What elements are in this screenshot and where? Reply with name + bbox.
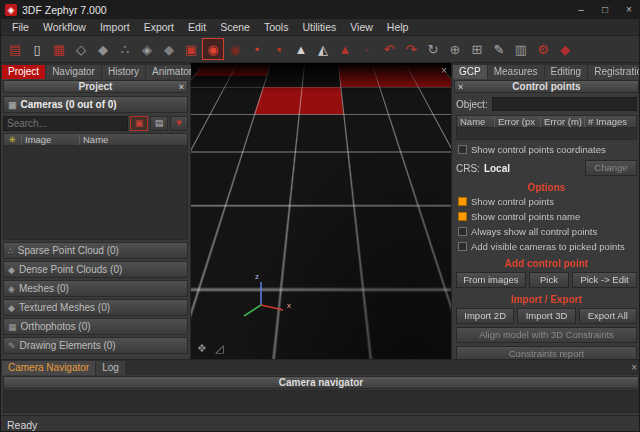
meshes-icon: ◈ — [8, 284, 15, 294]
column-num-images[interactable]: # Images — [585, 116, 636, 127]
redo-icon[interactable]: ↷ — [400, 38, 422, 60]
camera-filter-button[interactable]: ▣ — [130, 116, 148, 131]
export-all-button[interactable]: Export All — [579, 308, 637, 324]
sparse-cloud-tool-icon[interactable]: ◆ — [92, 38, 114, 60]
column-cp-name[interactable]: Name — [457, 116, 495, 127]
menu-tools[interactable]: Tools — [257, 20, 296, 34]
maximize-button[interactable]: □ — [593, 1, 617, 19]
star-column-icon[interactable]: ✳ — [4, 134, 22, 145]
textured-mesh-tool-icon[interactable]: ◆ — [158, 38, 180, 60]
undo-icon[interactable]: ↶ — [378, 38, 400, 60]
cameras-section-bar[interactable]: ▣ Cameras (0 out of 0) — [3, 96, 188, 113]
section-drawing-elements[interactable]: ✎ Drawing Elements (0) — [3, 337, 188, 354]
always-show-all-checkbox-icon — [458, 227, 467, 236]
3d-viewport[interactable]: z x ❖ ◿ × — [191, 63, 451, 359]
stats-icon[interactable]: ▥ — [510, 38, 532, 60]
record-active-icon[interactable]: ◉ — [202, 38, 224, 60]
object-input[interactable] — [492, 97, 637, 111]
menu-scene[interactable]: Scene — [213, 20, 257, 34]
workspace-icon[interactable]: ◇ — [70, 38, 92, 60]
point-tool-icon[interactable]: • — [246, 38, 268, 60]
show-control-points-label: Show control points — [471, 196, 554, 207]
refresh-icon[interactable]: ↻ — [422, 38, 444, 60]
section-orthophotos[interactable]: ▦ Orthophotos (0) — [3, 318, 188, 335]
dual-triangle-icon[interactable]: ◭ — [312, 38, 334, 60]
menu-utilities[interactable]: Utilities — [295, 20, 343, 34]
main-toolbar: ▤ ▯ ▦ ◇ ◆ ∴ ◈ ◆ ▣ ◉ ◉ • ▪ ▲ ◭ ▲ ∙ ↶ ↷ ↻ … — [1, 36, 640, 63]
control-points-table-body[interactable] — [456, 128, 637, 140]
red-triangle-icon[interactable]: ▲ — [334, 38, 356, 60]
tab-history[interactable]: History — [102, 65, 145, 79]
tab-registration[interactable]: Registration — [588, 65, 640, 79]
sort-filter-button[interactable]: ▼ — [170, 116, 188, 131]
control-point-icon[interactable]: ▪ — [268, 38, 290, 60]
menu-export[interactable]: Export — [137, 20, 181, 34]
project-close-icon[interactable]: × — [179, 81, 184, 93]
draw-icon[interactable]: ✎ — [488, 38, 510, 60]
open-project-icon[interactable]: ▤ — [4, 38, 26, 60]
align-model-button[interactable]: Align model with 3D Constraints — [456, 327, 637, 343]
camera-tool-icon[interactable]: ▣ — [180, 38, 202, 60]
pick-edit-button[interactable]: Pick -> Edit — [572, 272, 637, 288]
from-images-button[interactable]: From images — [456, 272, 526, 288]
mesh-tool-icon[interactable]: ◈ — [136, 38, 158, 60]
option-show-control-points-name[interactable]: Show control points name — [458, 211, 635, 222]
bottom-panel-close-icon[interactable]: × — [627, 361, 640, 375]
triangle-tool-icon[interactable]: ▲ — [290, 38, 312, 60]
column-error-m[interactable]: Error (m) — [541, 116, 585, 127]
option-show-coordinates[interactable]: Show control points coordinates — [458, 144, 635, 155]
tab-gcp[interactable]: GCP — [453, 65, 487, 79]
crs-change-button[interactable]: Change — [585, 160, 637, 176]
tab-camera-navigator[interactable]: Camera Navigator — [2, 361, 95, 375]
settings-gear-icon[interactable]: ⚙ — [532, 38, 554, 60]
control-points-header-label: Control points — [512, 81, 580, 92]
left-tab-bar: Project Navigator History Animator × — [1, 63, 190, 79]
list-view-button[interactable]: ▤ — [150, 116, 168, 131]
column-name[interactable]: Name — [80, 134, 187, 145]
viewport-close-icon[interactable]: × — [441, 65, 447, 76]
new-page-icon[interactable]: ▯ — [26, 38, 48, 60]
tab-log[interactable]: Log — [96, 361, 125, 375]
minimize-button[interactable]: – — [569, 1, 593, 19]
menu-import[interactable]: Import — [93, 20, 137, 34]
dense-cloud-tool-icon[interactable]: ∴ — [114, 38, 136, 60]
crop-icon[interactable]: ⊞ — [466, 38, 488, 60]
transform-icon[interactable]: ⊕ — [444, 38, 466, 60]
option-add-visible-cameras[interactable]: Add visible cameras to picked points — [458, 241, 635, 252]
column-image[interactable]: Image — [22, 134, 80, 145]
section-sparse-point-cloud[interactable]: ∴ Sparse Point Cloud (0) — [3, 242, 188, 259]
control-points-close-icon[interactable]: × — [458, 81, 463, 93]
scale-tool-icon[interactable]: ◿ — [215, 342, 223, 355]
record-icon[interactable]: ◉ — [224, 38, 246, 60]
section-dense-point-clouds[interactable]: ◆ Dense Point Clouds (0) — [3, 261, 188, 278]
zephyr-3d-icon[interactable]: ◆ — [554, 38, 576, 60]
tab-editing[interactable]: Editing — [545, 65, 588, 79]
cameras-list-area[interactable] — [3, 146, 188, 240]
menu-edit[interactable]: Edit — [181, 20, 213, 34]
tab-project[interactable]: Project — [2, 65, 45, 79]
section-meshes[interactable]: ◈ Meshes (0) — [3, 280, 188, 297]
axis-gizmo: z x — [233, 275, 297, 325]
menu-help[interactable]: Help — [380, 20, 416, 34]
import-2d-button[interactable]: Import 2D — [456, 308, 514, 324]
pick-button[interactable]: Pick — [529, 272, 569, 288]
red-dot-icon[interactable]: ∙ — [356, 38, 378, 60]
camera-navigator-content[interactable] — [3, 390, 639, 413]
menu-workflow[interactable]: Workflow — [36, 20, 93, 34]
menu-file[interactable]: File — [5, 20, 36, 34]
column-error-px[interactable]: Error (px — [495, 116, 541, 127]
pan-tool-icon[interactable]: ❖ — [197, 342, 207, 355]
import-photos-icon[interactable]: ▦ — [48, 38, 70, 60]
camera-icon: ▣ — [8, 100, 17, 110]
search-input[interactable] — [3, 116, 128, 131]
section-textured-meshes[interactable]: ◆ Textured Meshes (0) — [3, 299, 188, 316]
tab-measures[interactable]: Measures — [488, 65, 544, 79]
option-always-show-all[interactable]: Always show all control points — [458, 226, 635, 237]
bottom-tab-bar: Camera Navigator Log × — [1, 360, 640, 375]
tab-navigator[interactable]: Navigator — [46, 65, 101, 79]
import-3d-button[interactable]: Import 3D — [517, 308, 575, 324]
option-show-control-points[interactable]: Show control points — [458, 196, 635, 207]
object-label: Object: — [456, 99, 488, 110]
close-button[interactable]: × — [617, 1, 640, 19]
menu-view[interactable]: View — [343, 20, 380, 34]
